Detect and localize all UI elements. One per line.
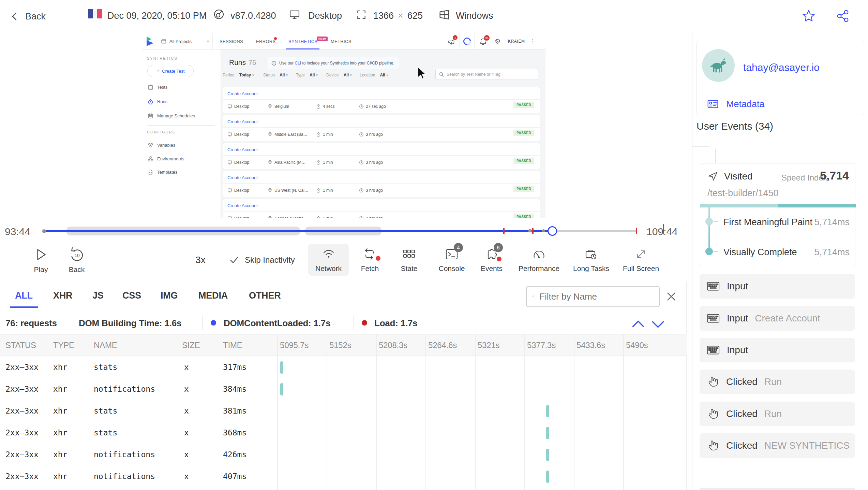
time-col-label: 5377.3s [527, 341, 556, 350]
fullscreen-icon [634, 247, 648, 261]
network-row[interactable]: 2xx–3xxxhrnotificationsx384ms [0, 378, 687, 400]
event-marker[interactable] [542, 229, 545, 232]
banner-text: Use our [279, 61, 295, 66]
network-tab-js[interactable]: JS [92, 290, 104, 301]
time-col-label: 5095.7s [280, 341, 309, 350]
star-icon[interactable] [802, 9, 815, 23]
jump-next-icon[interactable] [650, 319, 666, 330]
back-label: Back [25, 11, 46, 22]
timeline-track[interactable] [44, 230, 637, 232]
chevron-down-icon: ∨ [386, 73, 389, 77]
error-marker[interactable] [636, 228, 637, 234]
kebab-menu-icon: ⋮ [530, 38, 536, 44]
error-marker[interactable] [532, 228, 534, 234]
resolution-height: 625 [407, 11, 423, 21]
col-name: NAME [94, 341, 117, 350]
requests-count: 76: requests [5, 318, 57, 329]
panel-toggle-network[interactable]: Network [308, 244, 349, 276]
event-card-input[interactable]: Input [700, 338, 855, 362]
error-marker[interactable] [503, 228, 505, 234]
chevron-down-icon: ∨ [316, 73, 318, 77]
fullscreen-button[interactable]: Full Screen [619, 244, 663, 276]
request-bar [546, 405, 549, 417]
timeline-bar: 93:44 109:44 [0, 220, 692, 242]
jump-prev-icon[interactable] [630, 319, 646, 330]
notifications-badge: 33 [484, 35, 490, 41]
network-tab-img[interactable]: IMG [161, 290, 178, 301]
run-duration: 1 min [316, 159, 333, 166]
event-card-clicked[interactable]: ClickedRun [700, 402, 855, 426]
gauge-icon [532, 247, 546, 261]
panel-toggle-fetch[interactable]: Fetch [350, 244, 390, 276]
time-col-label: 5208.3s [379, 341, 407, 350]
share-icon[interactable] [836, 9, 850, 23]
back-10-button[interactable]: 10 Back [60, 244, 94, 276]
create-test-label: Create Test [162, 69, 184, 74]
hand-pointer-icon [706, 375, 719, 388]
filter-by-name-input[interactable] [539, 291, 654, 302]
event-card-input[interactable]: Input [700, 274, 855, 299]
filter-input-wrap [526, 286, 660, 307]
timeline-handle[interactable] [548, 226, 557, 236]
network-tab-all[interactable]: ALL [15, 290, 33, 301]
visited-event-card[interactable]: Visited Speed Index 5,714 /test-builder/… [700, 163, 855, 266]
run-ago: 3 hrs ago [359, 131, 383, 138]
session-date: Dec 09, 2020, 05:10 PM [107, 11, 207, 21]
panel-toggle-performance[interactable]: Performance [514, 244, 564, 276]
location-pin-icon [268, 132, 272, 137]
clock-icon [359, 216, 364, 218]
event-card-clicked[interactable]: ClickedNEW SYNTHETICS [700, 433, 855, 458]
gear-icon: ⚙ [495, 37, 501, 45]
network-row[interactable]: 2xx–3xxxhrnotificationsx426ms [0, 444, 687, 466]
chevron-left-icon [10, 11, 20, 21]
run-name: Create Account [227, 91, 258, 96]
network-tab-css[interactable]: CSS [122, 290, 141, 301]
panel-toggle-events[interactable]: 6 Events [472, 244, 511, 276]
close-icon[interactable] [665, 291, 677, 302]
metadata-button[interactable]: Metadata [707, 95, 765, 113]
times-icon: × [398, 11, 403, 21]
stopwatch-icon [316, 104, 321, 109]
panel-toggle-state[interactable]: State [389, 244, 429, 276]
app-tab-errors: ERRORS [256, 39, 275, 44]
event-card-clicked[interactable]: ClickedRun [700, 370, 855, 394]
panel-toggle-long-tasks[interactable]: Long Tasks [567, 244, 616, 276]
request-bar [280, 383, 283, 395]
location-pin-icon [268, 160, 272, 165]
network-row[interactable]: 2xx–3xxxhrnotificationsx407ms [0, 466, 687, 488]
network-row[interactable]: 2xx–3xxxhrstatsx368ms [0, 422, 687, 444]
console-badge: 4 [454, 243, 463, 252]
run-location: Belgium [268, 103, 289, 110]
event-card-input[interactable]: InputCreate Account [700, 306, 855, 331]
run-card: Create Account Desktop Middle East (Ba… … [223, 115, 540, 141]
play-button[interactable]: Play [24, 244, 58, 276]
keyboard-icon [706, 343, 720, 357]
network-row[interactable]: 2xx–3xxxhrstatsx381ms [0, 400, 687, 422]
state-grid-icon [402, 247, 416, 261]
network-row[interactable]: 2xx–3xxxhrstatsx317ms [0, 357, 687, 378]
total-time-label: 109:44 [646, 226, 678, 237]
network-tab-xhr[interactable]: XHR [53, 290, 72, 301]
run-status-badge: PASSED [513, 130, 534, 136]
network-tab-media[interactable]: MEDIA [198, 290, 228, 301]
cli-banner: Use our CLI to include your Synthetics i… [267, 57, 399, 69]
metadata-label: Metadata [726, 99, 765, 110]
play-icon [33, 247, 49, 262]
network-tab-other[interactable]: OTHER [249, 290, 281, 301]
skip-inactivity-toggle[interactable]: Skip Inactivity [229, 244, 295, 276]
new-badge: NEW [317, 37, 328, 41]
replay-viewport[interactable]: All Projects ∨ SESSIONS ERRORS SYNTHETIC… [142, 33, 545, 218]
back-button[interactable]: Back [10, 0, 46, 33]
filter-device: DeviceAll∨ [326, 72, 352, 78]
event-marker[interactable] [528, 229, 532, 232]
app-sidebar-item-runs: Runs [148, 99, 167, 104]
app-sidebar-section-configure: CONFIGURE [147, 130, 176, 134]
stopwatch-icon [316, 160, 321, 165]
speed-toggle[interactable]: 3x [184, 244, 217, 276]
user-card: tahay@asayer.io Metadata [697, 41, 864, 115]
run-location: Middle East (Ba… [268, 131, 308, 138]
monitor-icon [227, 132, 232, 137]
run-duration: 1 min [316, 215, 333, 218]
panel-toggle-console[interactable]: 4 Console [432, 244, 472, 276]
filter-location: LocationAll∨ [360, 72, 388, 78]
